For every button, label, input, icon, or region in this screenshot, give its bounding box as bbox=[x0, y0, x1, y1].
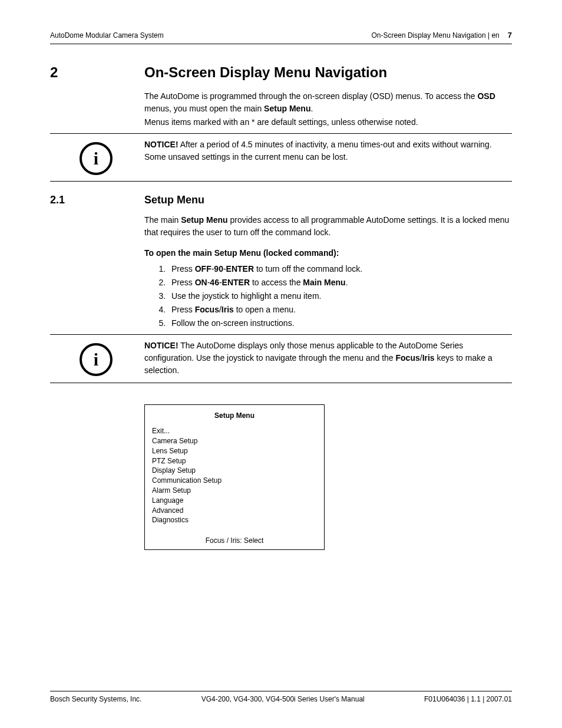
setup-menu-box: Setup Menu Exit... Camera Setup Lens Set… bbox=[144, 404, 325, 551]
chapter-title: On-Screen Display Menu Navigation bbox=[144, 62, 512, 83]
text-bold: Focus bbox=[195, 305, 219, 314]
header-right: On-Screen Display Menu Navigation | en 7 bbox=[372, 29, 512, 41]
steps-list: Press OFF-90-ENTER to turn off the comma… bbox=[144, 263, 512, 330]
text: to turn off the command lock. bbox=[254, 264, 362, 274]
section-content: Setup Menu The main Setup Menu provides … bbox=[144, 192, 512, 331]
intro-para-2: Menus items marked with an * are default… bbox=[144, 116, 512, 129]
page-header: AutoDome Modular Camera System On-Screen… bbox=[50, 29, 512, 44]
text-bold: ON bbox=[195, 278, 207, 287]
gutter: 2 bbox=[50, 62, 144, 83]
text: Press bbox=[171, 305, 195, 314]
text-bold: Main Menu bbox=[303, 278, 345, 287]
text: . bbox=[310, 104, 313, 113]
text: Press bbox=[171, 264, 195, 274]
menu-item: Lens Setup bbox=[152, 446, 317, 456]
chapter-heading-row: 2 On-Screen Display Menu Navigation The … bbox=[50, 62, 512, 130]
menu-box-row: Setup Menu Exit... Camera Setup Lens Set… bbox=[50, 394, 512, 551]
menu-box-footer: Focus / Iris: Select bbox=[152, 536, 317, 546]
text-bold: OFF bbox=[195, 264, 211, 274]
text: Press bbox=[171, 278, 195, 287]
page-footer: Bosch Security Systems, Inc. VG4-200, VG… bbox=[50, 691, 512, 704]
text-bold: ENTER bbox=[222, 278, 250, 287]
chapter-number: 2 bbox=[50, 64, 58, 80]
footer-center: VG4-200, VG4-300, VG4-500i Series User's… bbox=[201, 694, 365, 704]
text: menus, you must open the main bbox=[144, 104, 264, 113]
menu-item: PTZ Setup bbox=[152, 456, 317, 466]
menu-item: Communication Setup bbox=[152, 476, 317, 486]
gutter: i bbox=[50, 340, 144, 377]
notice-text: After a period of 4.5 minutes of inactiv… bbox=[144, 140, 492, 162]
notice-block-2: i NOTICE! The AutoDome displays only tho… bbox=[50, 334, 512, 383]
notice-content: NOTICE! The AutoDome displays only those… bbox=[144, 340, 512, 377]
step-2: Press ON-46-ENTER to access the Main Men… bbox=[168, 276, 512, 289]
gutter: i bbox=[50, 139, 144, 175]
text-bold: Setup Menu bbox=[264, 104, 310, 113]
text: to open a menu. bbox=[234, 305, 296, 314]
section-21-row: 2.1 Setup Menu The main Setup Menu provi… bbox=[50, 192, 512, 331]
open-instructions-label: To open the main Setup Menu (locked comm… bbox=[144, 247, 512, 259]
gutter: 2.1 bbox=[50, 192, 144, 208]
text-bold: Iris bbox=[222, 305, 234, 314]
menu-item: Language bbox=[152, 496, 317, 506]
menu-item: Advanced bbox=[152, 506, 317, 516]
section-title: Setup Menu bbox=[144, 192, 512, 208]
notice-label: NOTICE! bbox=[144, 140, 178, 149]
notice-label: NOTICE! bbox=[144, 341, 178, 350]
info-icon: i bbox=[80, 142, 113, 175]
info-icon: i bbox=[80, 343, 113, 376]
text-bold: 90 bbox=[214, 264, 223, 274]
step-5: Follow the on-screen instructions. bbox=[168, 317, 512, 330]
text-bold: 46 bbox=[210, 278, 219, 287]
menu-box-title: Setup Menu bbox=[152, 411, 317, 421]
text-bold: ENTER bbox=[226, 264, 254, 274]
header-section: On-Screen Display Menu Navigation | en bbox=[372, 30, 500, 41]
text: The AutoDome is programmed through the o… bbox=[144, 91, 477, 101]
text: to access the bbox=[250, 278, 303, 287]
header-left: AutoDome Modular Camera System bbox=[50, 30, 164, 41]
footer-right: F01U064036 | 1.1 | 2007.01 bbox=[424, 694, 512, 704]
text: . bbox=[346, 278, 348, 287]
page-number: 7 bbox=[508, 29, 512, 41]
text: The main bbox=[144, 215, 181, 225]
menu-item: Camera Setup bbox=[152, 436, 317, 446]
menu-item: Display Setup bbox=[152, 466, 317, 476]
text-bold: Iris bbox=[422, 353, 435, 363]
notice-block-1: i NOTICE! After a period of 4.5 minutes … bbox=[50, 133, 512, 182]
step-4: Press Focus/Iris to open a menu. bbox=[168, 304, 512, 316]
section-para-1: The main Setup Menu provides access to a… bbox=[144, 214, 512, 239]
menu-item: Exit... bbox=[152, 426, 317, 436]
step-3: Use the joystick to highlight a menu ite… bbox=[168, 290, 512, 302]
intro-para-1: The AutoDome is programmed through the o… bbox=[144, 90, 512, 115]
menu-item: Alarm Setup bbox=[152, 486, 317, 496]
menu-box-wrap: Setup Menu Exit... Camera Setup Lens Set… bbox=[144, 394, 512, 551]
chapter-content: On-Screen Display Menu Navigation The Au… bbox=[144, 62, 512, 130]
footer-left: Bosch Security Systems, Inc. bbox=[50, 694, 141, 704]
section-number: 2.1 bbox=[50, 194, 65, 206]
text-bold: Focus bbox=[396, 353, 420, 363]
page: AutoDome Modular Camera System On-Screen… bbox=[0, 0, 562, 728]
text-bold: OSD bbox=[477, 91, 495, 101]
menu-item: Diagnostics bbox=[152, 515, 317, 525]
text-bold: Setup Menu bbox=[181, 215, 227, 225]
notice-content: NOTICE! After a period of 4.5 minutes of… bbox=[144, 139, 512, 175]
step-1: Press OFF-90-ENTER to turn off the comma… bbox=[168, 263, 512, 275]
